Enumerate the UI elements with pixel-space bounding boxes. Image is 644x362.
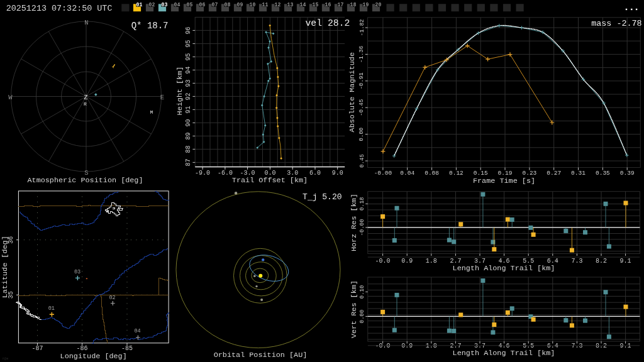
svg-text:-85: -85 bbox=[121, 345, 133, 352]
svg-text:15: 15 bbox=[312, 2, 318, 8]
svg-text:njw: njw bbox=[3, 357, 8, 361]
svg-text:7.3: 7.3 bbox=[571, 258, 582, 265]
svg-text:Length Along Trail [km]: Length Along Trail [km] bbox=[453, 264, 555, 273]
svg-text:0.35: 0.35 bbox=[596, 170, 610, 177]
svg-text:Vert Res [km]: Vert Res [km] bbox=[350, 280, 359, 338]
svg-text:02: 02 bbox=[109, 295, 115, 301]
svg-text:94: 94 bbox=[185, 66, 192, 74]
svg-text:96: 96 bbox=[185, 26, 192, 34]
svg-text:08: 08 bbox=[224, 2, 230, 8]
svg-text:0.10: 0.10 bbox=[359, 285, 365, 299]
svg-text:0.23: 0.23 bbox=[522, 170, 536, 177]
svg-text:Absolute Magnitude: Absolute Magnitude bbox=[348, 52, 357, 132]
svg-text:9.0: 9.0 bbox=[332, 170, 343, 177]
svg-text:13: 13 bbox=[287, 2, 293, 8]
svg-text:20: 20 bbox=[375, 2, 381, 8]
svg-text:92: 92 bbox=[185, 92, 192, 100]
svg-text:14: 14 bbox=[299, 2, 306, 8]
svg-text:02: 02 bbox=[148, 2, 155, 8]
svg-text:-0.45: -0.45 bbox=[359, 99, 365, 116]
svg-text:7.3: 7.3 bbox=[571, 343, 582, 349]
svg-text:93: 93 bbox=[185, 79, 192, 87]
svg-text:6.0: 6.0 bbox=[309, 170, 321, 177]
svg-text:17: 17 bbox=[337, 2, 343, 8]
svg-text:E: E bbox=[160, 94, 164, 101]
svg-text:Orbital Position [AU]: Orbital Position [AU] bbox=[214, 351, 308, 359]
svg-text:89: 89 bbox=[185, 132, 192, 140]
svg-text:-1.36: -1.36 bbox=[359, 46, 365, 63]
svg-text:06: 06 bbox=[199, 2, 205, 8]
svg-text:6.4: 6.4 bbox=[547, 343, 558, 349]
svg-text:0.18: 0.18 bbox=[359, 197, 365, 211]
svg-text:Longitude [deg]: Longitude [deg] bbox=[60, 352, 127, 361]
svg-text:0.45: 0.45 bbox=[359, 154, 365, 168]
svg-text:20251213 07:32:50 UTC: 20251213 07:32:50 UTC bbox=[6, 4, 113, 13]
svg-text:Height [km]: Height [km] bbox=[175, 67, 184, 116]
svg-text:-0.0: -0.0 bbox=[375, 258, 391, 265]
svg-text:1.8: 1.8 bbox=[426, 343, 437, 349]
svg-text:5.5: 5.5 bbox=[523, 343, 534, 349]
svg-text:0.04: 0.04 bbox=[400, 170, 414, 177]
svg-text:0.9: 0.9 bbox=[401, 343, 413, 349]
svg-text:0.19: 0.19 bbox=[498, 170, 513, 177]
svg-text:0.9: 0.9 bbox=[401, 258, 413, 265]
svg-text:Trail Offset [km]: Trail Offset [km] bbox=[232, 176, 308, 185]
svg-text:9.1: 9.1 bbox=[620, 258, 631, 265]
svg-text:05: 05 bbox=[186, 2, 192, 8]
svg-text:90: 90 bbox=[185, 119, 192, 126]
svg-text:N: N bbox=[84, 19, 88, 26]
svg-text:R: R bbox=[84, 101, 87, 107]
svg-text:-0.00: -0.00 bbox=[374, 170, 392, 177]
svg-text:Frame Time [s]: Frame Time [s] bbox=[473, 177, 535, 185]
svg-text:Atmospheric Position [deg]: Atmospheric Position [deg] bbox=[27, 176, 143, 185]
svg-text:1.8: 1.8 bbox=[426, 258, 437, 265]
svg-text:8.2: 8.2 bbox=[596, 258, 607, 265]
svg-text:0.12: 0.12 bbox=[449, 170, 464, 177]
svg-text:0.27: 0.27 bbox=[547, 170, 561, 177]
svg-text:W: W bbox=[8, 94, 13, 101]
svg-text:mass -2.78: mass -2.78 bbox=[591, 19, 641, 28]
svg-text:Z: Z bbox=[84, 94, 87, 101]
svg-text:-0.0: -0.0 bbox=[375, 343, 391, 349]
svg-text:Latitude [deg]: Latitude [deg] bbox=[1, 236, 10, 298]
svg-text:0.00: 0.00 bbox=[359, 310, 365, 324]
svg-text:Horz Res [km]: Horz Res [km] bbox=[350, 194, 359, 251]
svg-text:Length Along Trail [km]: Length Along Trail [km] bbox=[453, 349, 555, 358]
svg-text:-0.91: -0.91 bbox=[359, 72, 365, 89]
svg-text:M: M bbox=[150, 109, 153, 115]
svg-text:-1.82: -1.82 bbox=[359, 19, 365, 36]
svg-text:95: 95 bbox=[185, 53, 192, 60]
svg-text:10: 10 bbox=[249, 2, 255, 8]
svg-text:12: 12 bbox=[274, 2, 280, 8]
svg-text:95: 95 bbox=[185, 40, 192, 47]
svg-text:18: 18 bbox=[350, 2, 356, 8]
svg-text:vel 28.2: vel 28.2 bbox=[305, 18, 350, 28]
svg-text:0.39: 0.39 bbox=[620, 170, 635, 177]
svg-text:-0.00: -0.00 bbox=[359, 219, 365, 236]
svg-text:0.08: 0.08 bbox=[425, 170, 439, 177]
svg-text:2.7: 2.7 bbox=[450, 343, 461, 349]
svg-text:88: 88 bbox=[185, 145, 192, 153]
svg-text:-87: -87 bbox=[31, 345, 43, 352]
svg-text:04: 04 bbox=[174, 2, 180, 8]
svg-text:0.15: 0.15 bbox=[474, 170, 488, 177]
svg-text:3.7: 3.7 bbox=[474, 343, 486, 349]
svg-text:03: 03 bbox=[161, 2, 167, 8]
svg-text:16: 16 bbox=[325, 2, 331, 8]
svg-text:04: 04 bbox=[134, 328, 140, 334]
svg-text:87: 87 bbox=[185, 158, 192, 166]
svg-text:09: 09 bbox=[236, 2, 243, 8]
svg-text:0.31: 0.31 bbox=[571, 170, 586, 177]
svg-text:-9.0: -9.0 bbox=[195, 170, 210, 177]
svg-text:-86: -86 bbox=[77, 345, 88, 352]
svg-text:19: 19 bbox=[362, 2, 369, 8]
svg-text:8.2: 8.2 bbox=[596, 343, 607, 349]
svg-text:03: 03 bbox=[74, 269, 80, 275]
svg-text:91: 91 bbox=[185, 106, 192, 113]
svg-text:-6.0: -6.0 bbox=[218, 170, 233, 177]
svg-text:Q* 18.7: Q* 18.7 bbox=[131, 21, 169, 31]
svg-text:9.1: 9.1 bbox=[620, 343, 631, 349]
svg-text:01: 01 bbox=[136, 2, 142, 8]
svg-text:4.6: 4.6 bbox=[499, 343, 510, 349]
svg-text:07: 07 bbox=[211, 2, 218, 8]
